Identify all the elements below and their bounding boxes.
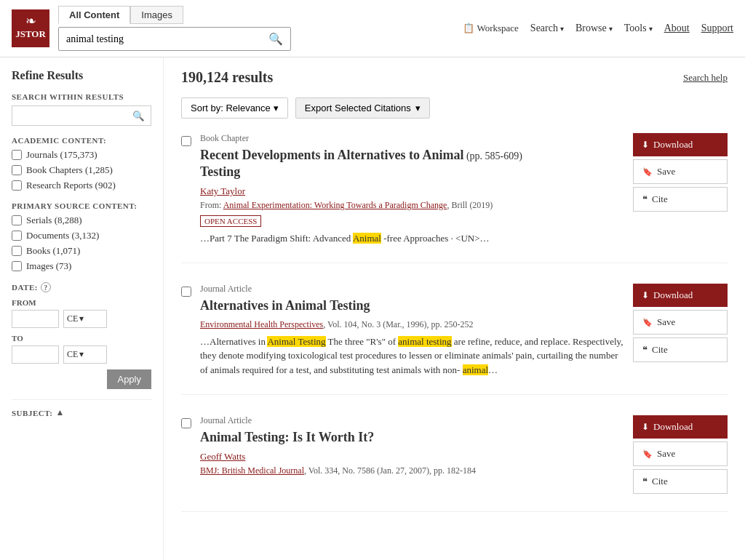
svg-text:JSTOR: JSTOR — [15, 28, 46, 39]
search-area: All Content Images 🔍 — [58, 6, 291, 51]
filter-images[interactable]: Images (73) — [12, 260, 151, 272]
subject-chevron-icon: ▲ — [55, 407, 64, 418]
search-within-label: SEARCH WITHIN RESULTS — [12, 92, 151, 101]
search-within-input[interactable] — [12, 106, 127, 125]
filter-journals[interactable]: Journals (175,373) — [12, 149, 151, 161]
result-3-source: BMJ: British Medical Journal, Vol. 334, … — [200, 465, 624, 476]
search-help-link[interactable]: Search help — [683, 72, 728, 84]
result-1-author[interactable]: Katy Taylor — [200, 185, 624, 197]
result-card-3: Journal Article Animal Testing: Is It Wo… — [181, 415, 728, 512]
result-3-save-button[interactable]: Save — [633, 441, 728, 466]
result-1-checkbox[interactable] — [181, 136, 191, 146]
result-2-title: Alternatives in Animal Testing — [200, 297, 624, 314]
date-from-input[interactable] — [12, 310, 59, 328]
top-nav: 📋 Workspace Search ▾ Browse ▾ Tools ▾ Ab… — [463, 23, 733, 34]
bookmark-icon-2 — [642, 316, 653, 328]
download-icon-1 — [642, 139, 649, 151]
filter-serials[interactable]: Serials (8,288) — [12, 215, 151, 226]
result-1-type: Book Chapter — [200, 133, 624, 144]
result-3-checkbox[interactable] — [181, 418, 191, 428]
result-3-type: Journal Article — [200, 415, 624, 426]
export-chevron-icon: ▾ — [415, 103, 421, 113]
search-chevron-icon: ▾ — [560, 25, 564, 33]
result-2-cite-button[interactable]: Cite — [633, 337, 728, 362]
sort-chevron-icon: ▾ — [274, 103, 279, 113]
filter-books[interactable]: Books (1,071) — [12, 245, 151, 257]
filter-documents[interactable]: Documents (3,132) — [12, 230, 151, 241]
main-layout: Refine Results SEARCH WITHIN RESULTS 🔍 A… — [0, 57, 745, 559]
result-1-source-link[interactable]: Animal Experimentation: Working Towards … — [223, 200, 447, 210]
result-1-cite-button[interactable]: Cite — [633, 187, 728, 212]
date-label: DATE: ? — [12, 282, 151, 292]
bookmark-icon-3 — [642, 448, 653, 460]
result-3-download-button[interactable]: Download — [633, 415, 728, 439]
result-2-source-link[interactable]: Environmental Health Perspectives — [200, 319, 323, 329]
browse-chevron-icon: ▾ — [609, 25, 613, 33]
primary-source-label: PRIMARY SOURCE CONTENT: — [12, 201, 151, 210]
result-1-open-access-badge: OPEN ACCESS — [200, 215, 261, 227]
result-3-source-link[interactable]: BMJ: British Medical Journal — [200, 465, 304, 476]
results-header: 190,124 results Search help — [181, 69, 728, 86]
highlight-animal-testing-2: animal testing — [398, 336, 451, 347]
result-3-author[interactable]: Geoff Watts — [200, 451, 624, 463]
cite-icon-2 — [642, 344, 648, 356]
result-1-snippet: …Part 7 The Paradigm Shift: Advanced Ani… — [200, 231, 624, 246]
highlight-animal-3: animal — [463, 364, 488, 375]
logo: JSTOR ❧ — [12, 9, 49, 47]
support-nav-item[interactable]: Support — [701, 23, 733, 34]
cite-icon-3 — [642, 476, 648, 487]
result-2-download-button[interactable]: Download — [633, 284, 728, 307]
result-3-actions: Download Save Cite — [633, 415, 728, 494]
header: JSTOR ❧ All Content Images 🔍 📋 Workspace… — [0, 0, 745, 57]
result-2-checkbox[interactable] — [181, 287, 191, 297]
result-card-1: Book Chapter Recent Developments in Alte… — [181, 133, 728, 263]
result-2-snippet: …Alternatives in Animal Testing The thre… — [200, 335, 624, 377]
subject-section: SUBJECT: ▲ — [12, 399, 151, 418]
academic-content-label: ACADEMIC CONTENT: — [12, 136, 151, 145]
apply-date-button[interactable]: Apply — [107, 369, 151, 389]
result-1-save-button[interactable]: Save — [633, 159, 728, 184]
tab-images[interactable]: Images — [130, 6, 183, 24]
ce-to-chevron-icon: ▾ — [79, 349, 84, 360]
sort-dropdown[interactable]: Sort by: Relevance ▾ — [181, 97, 288, 119]
subject-label[interactable]: SUBJECT: ▲ — [12, 407, 151, 418]
sidebar: Refine Results SEARCH WITHIN RESULTS 🔍 A… — [0, 57, 164, 559]
ce-to-select[interactable]: CE ▾ — [63, 345, 107, 364]
filter-research-reports[interactable]: Research Reports (902) — [12, 180, 151, 191]
date-to-input[interactable] — [12, 345, 59, 364]
export-citations-button[interactable]: Export Selected Citations ▾ — [295, 97, 430, 119]
result-2-type: Journal Article — [200, 284, 624, 295]
search-box: 🔍 — [58, 27, 291, 51]
download-icon-3 — [642, 421, 649, 433]
results-toolbar: Sort by: Relevance ▾ Export Selected Cit… — [181, 97, 728, 119]
search-within-button[interactable]: 🔍 — [127, 107, 151, 125]
cite-icon-1 — [642, 193, 648, 205]
workspace-nav-item[interactable]: 📋 Workspace — [463, 23, 518, 34]
search-nav-item[interactable]: Search ▾ — [530, 23, 564, 34]
result-3-cite-button[interactable]: Cite — [633, 469, 728, 494]
search-submit-button[interactable]: 🔍 — [261, 28, 290, 50]
content-tabs: All Content Images — [58, 6, 291, 24]
browse-nav-item[interactable]: Browse ▾ — [575, 23, 613, 34]
result-2-save-button[interactable]: Save — [633, 310, 728, 335]
download-icon-2 — [642, 289, 649, 301]
result-1-actions: Download Save Cite — [633, 133, 728, 212]
results-count: 190,124 results — [181, 69, 273, 86]
date-info-icon[interactable]: ? — [41, 282, 51, 292]
search-within-box: 🔍 — [12, 105, 151, 126]
date-from-label: FROM — [12, 298, 151, 307]
about-nav-item[interactable]: About — [664, 23, 690, 34]
result-1-source: From: Animal Experimentation: Working To… — [200, 200, 624, 211]
ce-from-select[interactable]: CE ▾ — [63, 310, 107, 328]
workspace-icon: 📋 — [463, 23, 474, 34]
tools-chevron-icon: ▾ — [649, 25, 653, 33]
filter-book-chapters[interactable]: Book Chapters (1,285) — [12, 164, 151, 176]
tools-nav-item[interactable]: Tools ▾ — [624, 23, 653, 34]
result-1-download-button[interactable]: Download — [633, 133, 728, 156]
svg-text:❧: ❧ — [25, 14, 36, 28]
tab-all-content[interactable]: All Content — [58, 6, 130, 24]
result-card-2: Journal Article Alternatives in Animal T… — [181, 284, 728, 395]
date-from-row: CE ▾ — [12, 310, 151, 328]
ce-from-chevron-icon: ▾ — [79, 313, 84, 324]
search-input[interactable] — [59, 29, 261, 49]
